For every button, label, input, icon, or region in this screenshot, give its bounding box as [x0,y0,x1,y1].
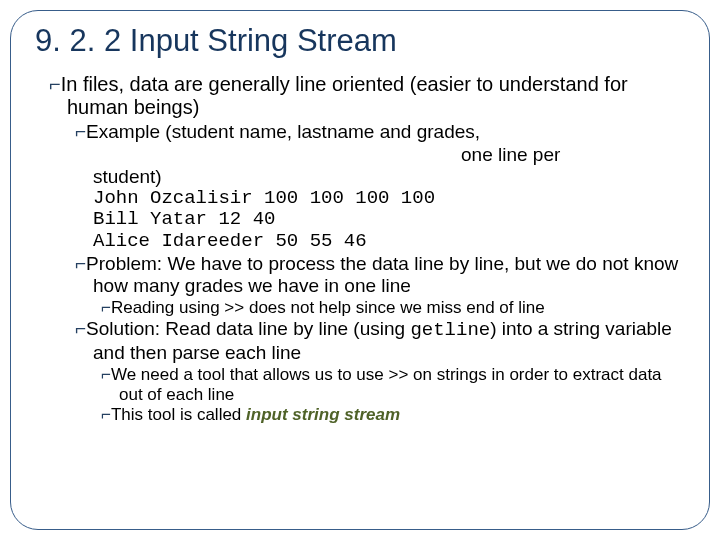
bullet-problem: ⌐Problem: We have to process the data li… [75,253,689,297]
bullet-solution-sub1: ⌐We need a tool that allows us to use >>… [101,365,689,404]
solution-code: getline [410,319,490,341]
bullet-solution: ⌐Solution: Read data line by line (using… [75,318,689,364]
solution-sub2-emph: input string stream [246,405,400,424]
bullet-solution-sub2: ⌐This tool is called input string stream [101,405,689,425]
bullet-icon: ⌐ [101,365,111,384]
bullet-icon: ⌐ [49,73,61,95]
example-student-close: student) [93,166,689,188]
solution-sub2-pre: This tool is called [111,405,246,424]
bullet-icon: ⌐ [75,253,86,274]
problem-sub-text: Reading using >> does not help since we … [111,298,545,317]
example-right-fragment: one line per [461,144,689,166]
bullet-icon: ⌐ [101,405,111,424]
bullet-main: ⌐In files, data are generally line orien… [49,73,689,119]
example-lead: Example (student name, lastname and grad… [86,121,480,142]
solution-pre: : Read data line by line (using [155,318,411,339]
solution-sub1-text: We need a tool that allows us to use >> … [111,365,662,404]
bullet-main-text: In files, data are generally line orient… [61,73,628,118]
problem-text: : We have to process the data line by li… [93,253,678,296]
solution-label: Solution [86,318,155,339]
example-row: John Ozcalisir 100 100 100 100 [93,188,689,210]
bullet-icon: ⌐ [75,121,86,142]
bullet-icon: ⌐ [75,318,86,339]
slide-frame: 9. 2. 2 Input String Stream ⌐In files, d… [10,10,710,530]
example-row: Bill Yatar 12 40 [93,209,689,231]
bullet-example: ⌐Example (student name, lastname and gra… [75,121,689,143]
bullet-problem-sub: ⌐Reading using >> does not help since we… [101,298,689,318]
example-row: Alice Idareeder 50 55 46 [93,231,689,253]
bullet-icon: ⌐ [101,298,111,317]
slide-title: 9. 2. 2 Input String Stream [35,23,689,59]
problem-label: Problem [86,253,157,274]
